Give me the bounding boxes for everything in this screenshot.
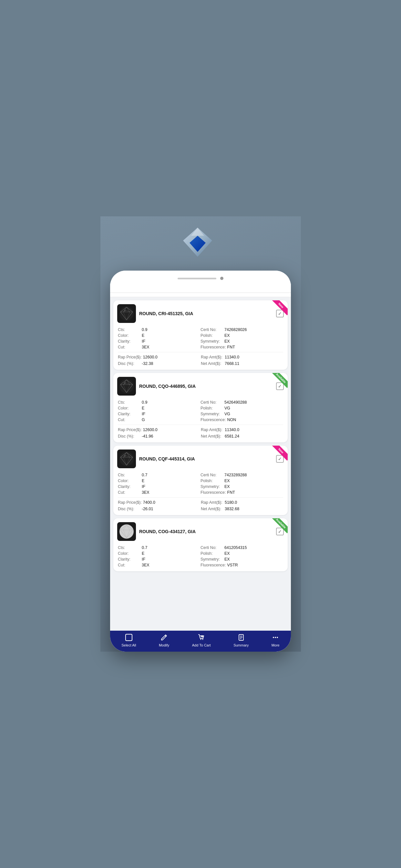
- certi-label: Certi No:: [201, 328, 223, 332]
- fluorescence-label: Fluorescence:: [201, 417, 226, 422]
- nav-summary[interactable]: Summary: [230, 634, 252, 647]
- details-grid: Cts: 0.7 Certi No: 6412054315 Color: E P…: [118, 545, 283, 568]
- nav-modify[interactable]: Modify: [156, 634, 173, 647]
- net-amt-row: Net Amt($): 3832.68: [201, 506, 283, 512]
- diamond-card: ROUND, CQO-446895, GIA ✓ Available Cts: …: [113, 373, 288, 442]
- cut-label: Cut:: [118, 345, 141, 349]
- rap-price-row: Rap Price($): 12600.0: [118, 354, 200, 360]
- diamond-list: ROUND, CRI-451325, GIA ✓ New Cts: 0.9 Ce…: [110, 297, 291, 631]
- card-header: ROUND, CRI-451325, GIA ✓ New: [113, 300, 288, 326]
- app-content: ROUND, CRI-451325, GIA ✓ New Cts: 0.9 Ce…: [110, 283, 291, 652]
- cts-label: Cts:: [118, 473, 141, 477]
- polish-label: Polish:: [201, 406, 223, 410]
- certi-row: Certi No: 7426828026: [201, 327, 283, 333]
- cut-row: Cut: 3EX: [118, 490, 201, 495]
- card-header: ROUND, CQO-446895, GIA ✓ Available: [113, 373, 288, 398]
- cts-row: Cts: 0.7: [118, 472, 201, 478]
- nav-add-to-cart[interactable]: Add To Cart: [189, 634, 214, 647]
- card-details: Cts: 0.9 Certi No: 7426828026 Color: E P…: [113, 326, 288, 370]
- symmetry-value: EX: [224, 485, 230, 489]
- cts-label: Cts:: [118, 546, 141, 550]
- svg-point-63: [275, 637, 276, 638]
- clarity-label: Clarity:: [118, 339, 141, 344]
- disc-label: Disc (%):: [118, 361, 141, 366]
- fluorescence-label: Fluorescence:: [201, 345, 226, 349]
- symmetry-row: Symmetry: EX: [201, 484, 283, 490]
- cut-label: Cut:: [118, 490, 141, 495]
- bottom-nav: Select All Modify Add To Cart Summary Mo…: [110, 631, 291, 652]
- net-amt-row: Net Amt($): 6581.24: [201, 433, 283, 439]
- card-details: Cts: 0.7 Certi No: 7423289288 Color: E P…: [113, 471, 288, 515]
- clarity-value: IF: [142, 557, 145, 562]
- svg-point-55: [202, 639, 203, 640]
- price-section: Rap Price($): 7400.0 Rap Amt($): 5180.0 …: [118, 497, 283, 512]
- clarity-row: Clarity: IF: [118, 338, 201, 344]
- clarity-value: IF: [142, 339, 145, 344]
- disc-value: -32.38: [142, 361, 153, 366]
- rap-amt-label: Rap Amt($):: [201, 355, 223, 360]
- svg-point-64: [277, 637, 278, 638]
- cut-row: Cut: 3EX: [118, 344, 201, 350]
- card-details: Cts: 0.7 Certi No: 6412054315 Color: E P…: [113, 544, 288, 571]
- details-grid: Cts: 0.9 Certi No: 5426490288 Color: E P…: [118, 399, 283, 423]
- disc-row: Disc (%): -26.01: [118, 506, 200, 512]
- diamond-thumbnail: [117, 377, 136, 396]
- diamond-thumbnail: [117, 450, 136, 468]
- nav-select-all[interactable]: Select All: [118, 634, 139, 647]
- select-checkbox[interactable]: ✓: [276, 455, 284, 463]
- polish-label: Polish:: [201, 478, 223, 483]
- color-label: Color:: [118, 406, 141, 410]
- certi-value: 5426490288: [224, 400, 247, 405]
- rap-price-value: 12600.0: [143, 428, 158, 432]
- cut-row: Cut: 3EX: [118, 562, 201, 568]
- select-checkbox[interactable]: ✓: [276, 528, 284, 535]
- rap-amt-row: Rap Amt($): 11340.0: [201, 354, 283, 360]
- rap-amt-value: 11340.0: [225, 428, 239, 432]
- polish-value: VG: [224, 406, 230, 410]
- modify-icon: [160, 634, 167, 642]
- rap-price-label: Rap Price($):: [118, 428, 142, 432]
- clarity-label: Clarity:: [118, 412, 141, 416]
- symmetry-label: Symmetry:: [201, 339, 223, 344]
- disc-row: Disc (%): -41.96: [118, 433, 200, 439]
- nav-more[interactable]: More: [268, 634, 283, 647]
- app-header: [110, 283, 291, 293]
- select-checkbox[interactable]: ✓: [276, 382, 284, 390]
- cts-label: Cts:: [118, 400, 141, 405]
- cts-value: 0.7: [142, 473, 147, 477]
- cts-row: Cts: 0.7: [118, 545, 201, 551]
- symmetry-label: Symmetry:: [201, 412, 223, 416]
- color-row: Color: E: [118, 551, 201, 556]
- certi-value: 7426828026: [224, 328, 247, 332]
- cts-row: Cts: 0.9: [118, 327, 201, 333]
- cts-value: 0.9: [142, 328, 147, 332]
- fluorescence-row: Fluorescence: FNT: [201, 344, 283, 350]
- symmetry-label: Symmetry:: [201, 557, 223, 562]
- cts-value: 0.9: [142, 400, 147, 405]
- rap-amt-value: 11340.0: [225, 355, 239, 360]
- card-title: ROUND, CRI-451325, GIA: [139, 311, 273, 316]
- color-row: Color: E: [118, 478, 201, 484]
- symmetry-row: Symmetry: EX: [201, 556, 283, 562]
- total-bar: [110, 293, 291, 297]
- cut-value: G: [142, 417, 145, 422]
- rap-price-row: Rap Price($): 7400.0: [118, 500, 200, 505]
- rap-price-value: 7400.0: [143, 500, 155, 505]
- card-title: ROUND, CQO-446895, GIA: [139, 383, 273, 389]
- fluorescence-label: Fluorescence:: [201, 490, 226, 495]
- color-value: E: [142, 333, 144, 338]
- fluorescence-value: NON: [227, 417, 236, 422]
- cut-value: 3EX: [142, 345, 150, 349]
- symmetry-value: VG: [224, 412, 230, 416]
- disc-label: Disc (%):: [118, 507, 141, 511]
- select-checkbox[interactable]: ✓: [276, 310, 284, 317]
- more-label: More: [272, 643, 280, 647]
- disc-label: Disc (%):: [118, 434, 141, 438]
- certi-value: 7423289288: [224, 473, 247, 477]
- select-all-icon: [125, 634, 132, 642]
- details-grid: Cts: 0.9 Certi No: 7426828026 Color: E P…: [118, 327, 283, 350]
- svg-rect-53: [126, 634, 132, 641]
- fluorescence-label: Fluorescence:: [201, 563, 226, 567]
- fluorescence-row: Fluorescence: NON: [201, 417, 283, 423]
- card-title: ROUND, CQF-445314, GIA: [139, 456, 273, 461]
